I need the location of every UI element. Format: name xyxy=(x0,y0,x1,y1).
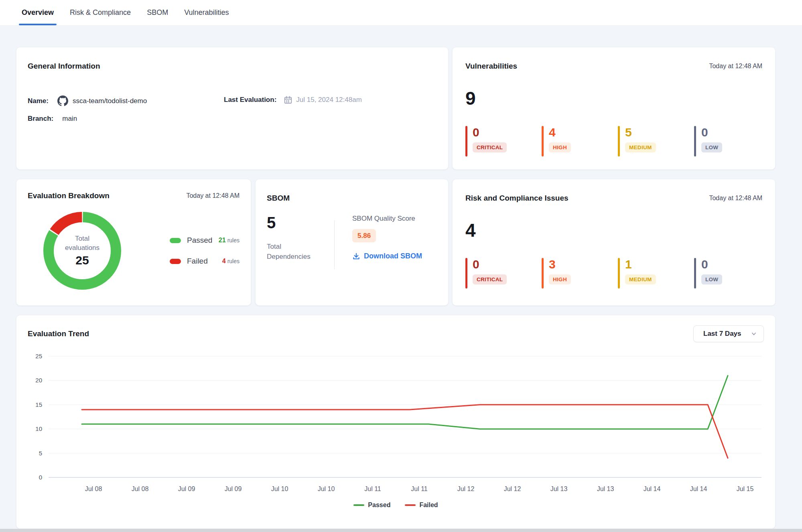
severity-badge: LOW xyxy=(701,274,722,285)
last-evaluation-value: Jul 15, 2024 12:48am xyxy=(296,96,362,104)
risk-compliance-card: Risk and Compliance Issues Today at 12:4… xyxy=(452,179,776,306)
repo-name-value: ssca-team/todolist-demo xyxy=(73,97,147,105)
sbom-quality-score-label: SBOM Quality Score xyxy=(352,215,422,223)
tab-vulnerabilities-label: Vulnerabilities xyxy=(184,8,229,17)
svg-text:Jul 12: Jul 12 xyxy=(504,485,521,492)
date-range-value: Last 7 Days xyxy=(703,330,741,338)
passed-line-icon xyxy=(353,504,364,506)
svg-text:Jul 13: Jul 13 xyxy=(550,485,568,492)
severity-count: 0 xyxy=(473,258,507,271)
tab-risk-compliance-label: Risk & Compliance xyxy=(70,8,131,17)
total-dependencies-label: Total Dependencies xyxy=(267,242,319,262)
severity-critical: 0 CRITICAL xyxy=(465,258,529,288)
svg-text:15: 15 xyxy=(35,401,42,408)
branch-value: main xyxy=(62,115,77,123)
severity-high: 3 HIGH xyxy=(542,258,605,288)
severity-count: 4 xyxy=(549,126,571,139)
severity-badge: CRITICAL xyxy=(473,142,507,153)
svg-text:10: 10 xyxy=(35,425,42,432)
donut-total-value: 25 xyxy=(75,254,89,267)
vulnerabilities-title: Vulnerabilities xyxy=(465,62,517,71)
svg-text:Jul 15: Jul 15 xyxy=(737,485,754,492)
trend-failed-label: Failed xyxy=(419,502,438,509)
svg-text:5: 5 xyxy=(39,450,42,457)
severity-badge: HIGH xyxy=(549,142,571,153)
severity-critical: 0 CRITICAL xyxy=(465,126,529,156)
dashboard-content: General Information Name: ssca-team/todo… xyxy=(0,26,802,529)
failed-count: 4 xyxy=(222,258,226,265)
severity-badge: HIGH xyxy=(549,274,571,285)
severity-badge: MEDIUM xyxy=(625,142,656,153)
severity-high: 4 HIGH xyxy=(542,126,605,156)
general-information-card: General Information Name: ssca-team/todo… xyxy=(16,47,449,170)
top-tab-bar: Overview Risk & Compliance SBOM Vulnerab… xyxy=(0,0,802,26)
vulnerabilities-timestamp: Today at 12:48 AM xyxy=(709,63,762,70)
chevron-down-icon xyxy=(751,331,757,337)
last-evaluation-label: Last Evaluation: xyxy=(224,96,276,104)
failed-line-icon xyxy=(405,504,416,506)
svg-text:Jul 08: Jul 08 xyxy=(132,485,149,492)
tab-overview-label: Overview xyxy=(22,8,54,17)
svg-text:Jul 10: Jul 10 xyxy=(271,485,288,492)
failed-label: Failed xyxy=(187,257,222,266)
failed-unit: rules xyxy=(227,258,240,264)
sbom-title: SBOM xyxy=(267,194,437,203)
failed-pill-icon xyxy=(170,259,181,264)
date-range-dropdown[interactable]: Last 7 Days xyxy=(693,325,764,342)
github-icon xyxy=(57,95,68,106)
svg-text:20: 20 xyxy=(35,377,42,384)
severity-bar xyxy=(694,258,696,288)
svg-text:Jul 12: Jul 12 xyxy=(457,485,475,492)
risk-severity-row: 0 CRITICAL 3 HIGH 1 MEDIUM xyxy=(465,258,762,288)
severity-bar xyxy=(465,126,467,156)
severity-count: 1 xyxy=(625,258,656,271)
svg-text:Jul 09: Jul 09 xyxy=(225,485,242,492)
severity-bar xyxy=(694,126,696,156)
severity-badge: MEDIUM xyxy=(625,274,656,285)
sbom-quality-score-badge: 5.86 xyxy=(352,229,376,242)
svg-text:Jul 09: Jul 09 xyxy=(178,485,195,492)
evaluation-trend-chart: 0510152025Jul 08Jul 08Jul 09Jul 09Jul 10… xyxy=(28,348,765,497)
severity-medium: 1 MEDIUM xyxy=(618,258,681,288)
sbom-card: SBOM 5 Total Dependencies SBOM Quality S… xyxy=(255,179,449,306)
svg-text:Jul 08: Jul 08 xyxy=(85,485,102,492)
severity-count: 5 xyxy=(625,126,656,139)
severity-bar xyxy=(618,258,620,288)
trend-legend-failed: Failed xyxy=(405,502,438,509)
tab-sbom[interactable]: SBOM xyxy=(147,0,168,25)
tab-risk-compliance[interactable]: Risk & Compliance xyxy=(70,0,131,25)
risk-compliance-total: 4 xyxy=(465,221,762,240)
severity-bar xyxy=(542,126,544,156)
vulnerabilities-total: 9 xyxy=(465,89,762,108)
evaluation-breakdown-title: Evaluation Breakdown xyxy=(28,191,110,200)
general-information-title: General Information xyxy=(28,62,437,71)
download-sbom-link[interactable]: Download SBOM xyxy=(352,252,422,260)
severity-count: 0 xyxy=(473,126,507,139)
download-sbom-label: Download SBOM xyxy=(364,252,422,260)
svg-text:Jul 14: Jul 14 xyxy=(690,485,707,492)
trend-legend: Passed Failed xyxy=(28,502,764,509)
severity-bar xyxy=(618,126,620,156)
tab-sbom-label: SBOM xyxy=(147,8,168,17)
evaluation-trend-title: Evaluation Trend xyxy=(28,329,89,338)
tab-overview[interactable]: Overview xyxy=(22,0,54,25)
svg-text:Jul 11: Jul 11 xyxy=(364,485,381,492)
vertical-divider xyxy=(334,220,335,269)
passed-unit: rules xyxy=(227,237,240,244)
svg-text:Jul 11: Jul 11 xyxy=(411,485,428,492)
svg-text:Jul 10: Jul 10 xyxy=(318,485,335,492)
risk-compliance-title: Risk and Compliance Issues xyxy=(465,194,569,203)
calendar-icon xyxy=(284,95,292,104)
tab-vulnerabilities[interactable]: Vulnerabilities xyxy=(184,0,229,25)
risk-compliance-timestamp: Today at 12:48 AM xyxy=(709,195,762,202)
evaluations-donut-chart: Total evaluations 25 xyxy=(42,211,122,291)
window-bottom-scrollbar[interactable] xyxy=(0,529,802,532)
vulnerabilities-severity-row: 0 CRITICAL 4 HIGH 5 MEDIUM xyxy=(465,126,762,156)
severity-low: 0 LOW xyxy=(694,258,757,288)
svg-text:Jul 13: Jul 13 xyxy=(597,485,614,492)
name-label: Name: xyxy=(28,97,49,105)
svg-text:Jul 14: Jul 14 xyxy=(644,485,661,492)
severity-medium: 5 MEDIUM xyxy=(618,126,681,156)
severity-count: 3 xyxy=(549,258,571,271)
passed-pill-icon xyxy=(170,238,181,243)
